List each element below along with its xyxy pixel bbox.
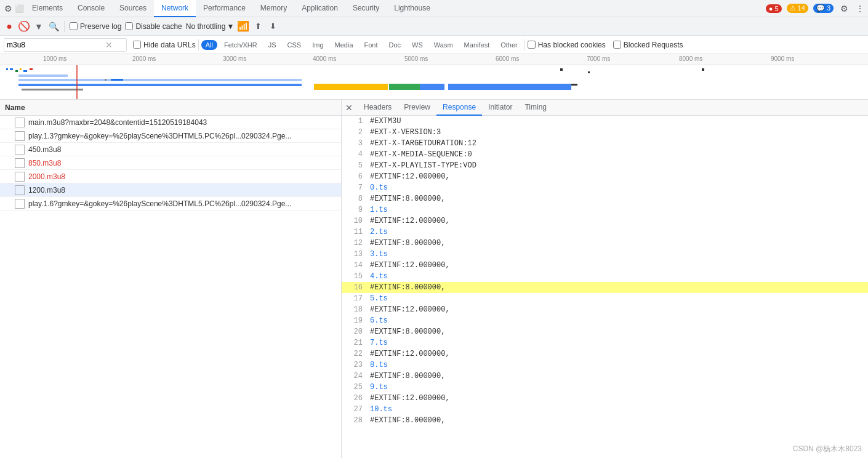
- filter-type-manifest[interactable]: Manifest: [460, 40, 494, 50]
- tab-initiator[interactable]: Initiator: [482, 100, 518, 116]
- blocked-requests-checkbox[interactable]: Blocked Requests: [613, 41, 683, 49]
- row-checkbox-7[interactable]: [15, 199, 25, 209]
- tab-preview[interactable]: Preview: [398, 100, 436, 116]
- tab-headers[interactable]: Headers: [358, 100, 398, 116]
- filter-type-other[interactable]: Other: [496, 40, 522, 50]
- filter-type-fetch[interactable]: Fetch/XHR: [220, 40, 262, 50]
- row-checkbox-3[interactable]: [15, 145, 25, 155]
- tab-sources[interactable]: Sources: [112, 0, 154, 17]
- line-number: 14: [345, 260, 363, 271]
- row-checkbox-1[interactable]: [15, 118, 25, 127]
- tab-performance[interactable]: Performance: [196, 0, 253, 17]
- filter-type-js[interactable]: JS: [264, 40, 281, 50]
- close-panel-icon[interactable]: ✕: [344, 103, 354, 113]
- line-content: #EXT-X-PLAYLIST-TYPE:VOD: [370, 160, 476, 171]
- wifi-icon[interactable]: 📶: [238, 21, 249, 32]
- ruler-mark-9: 9000 ms: [771, 55, 794, 62]
- line-number: 24: [345, 371, 363, 382]
- hide-data-urls-checkbox[interactable]: Hide data URLs: [133, 41, 196, 49]
- ruler-mark-5: 5000 ms: [404, 55, 428, 62]
- filter-type-doc[interactable]: Doc: [385, 40, 406, 50]
- line-content: #EXTINF:12.000000,: [370, 215, 450, 227]
- search-icon[interactable]: 🔍: [48, 21, 59, 32]
- record-icon[interactable]: ●: [4, 21, 15, 32]
- filter-type-css[interactable]: CSS: [283, 40, 306, 50]
- line-content: 10.ts: [370, 404, 392, 415]
- blocked-cookies-input[interactable]: [528, 41, 536, 49]
- upload-icon[interactable]: ⬆: [252, 21, 263, 32]
- row-checkbox-2[interactable]: [15, 131, 25, 141]
- list-item[interactable]: play.1.3?gmkey=&gokey=%26playScene%3DHTM…: [0, 129, 341, 143]
- line-content: #EXTINF:12.000000,: [370, 260, 450, 271]
- tab-elements[interactable]: Elements: [25, 0, 70, 17]
- list-item[interactable]: 2000.m3u8: [0, 170, 341, 183]
- tab-application[interactable]: Application: [294, 0, 345, 17]
- tab-console[interactable]: Console: [70, 0, 112, 17]
- devtools-icon[interactable]: ⚙: [2, 3, 14, 14]
- throttle-dropdown[interactable]: No throttling ▼: [186, 22, 235, 31]
- svg-rect-19: [702, 68, 704, 71]
- line-number: 4: [345, 149, 363, 160]
- more-icon[interactable]: ⋮: [854, 3, 866, 14]
- message-badge: 💬 3: [813, 4, 834, 13]
- line-number: 15: [345, 271, 363, 282]
- line-number: 13: [345, 249, 363, 260]
- list-item[interactable]: play.1.6?gmkey=&gokey=%26playScene%3DHTM…: [0, 197, 341, 211]
- line-number: 26: [345, 393, 363, 404]
- preserve-log-input[interactable]: [70, 22, 78, 30]
- tab-memory[interactable]: Memory: [253, 0, 294, 17]
- line-content: #EXTINF:8.000000,: [370, 282, 445, 293]
- error-badge: ● 5: [766, 4, 782, 13]
- tab-lighthouse[interactable]: Lighthouse: [387, 0, 438, 17]
- code-line: 238.ts: [342, 360, 868, 371]
- filter-type-all[interactable]: All: [201, 40, 217, 50]
- code-line: 133.ts: [342, 249, 868, 260]
- search-clear-icon[interactable]: ✕: [105, 40, 113, 50]
- line-number: 1: [345, 116, 363, 127]
- filter-type-media[interactable]: Media: [331, 40, 358, 50]
- list-item[interactable]: 1200.m3u8: [0, 183, 341, 197]
- settings-icon[interactable]: ⚙: [838, 3, 850, 14]
- hide-data-urls-input[interactable]: [133, 41, 141, 49]
- line-number: 28: [345, 415, 363, 426]
- search-input[interactable]: [7, 41, 105, 49]
- filter-icon[interactable]: ▼: [33, 21, 44, 32]
- disable-cache-input[interactable]: [125, 22, 133, 30]
- tab-security[interactable]: Security: [345, 0, 387, 17]
- filter-bar: ✕ Hide data URLs All Fetch/XHR JS CSS Im…: [0, 36, 868, 54]
- code-line: 91.ts: [342, 204, 868, 215]
- filter-type-font[interactable]: Font: [360, 40, 382, 50]
- row-checkbox-4[interactable]: [15, 158, 25, 168]
- tab-timing[interactable]: Timing: [518, 100, 553, 116]
- disable-cache-checkbox[interactable]: Disable cache: [125, 22, 182, 31]
- responsive-icon[interactable]: ⬜: [14, 3, 25, 14]
- code-line: 112.ts: [342, 227, 868, 238]
- line-number: 27: [345, 404, 363, 415]
- throttle-chevron-icon: ▼: [227, 22, 234, 31]
- line-content: #EXTINF:8.000000,: [370, 326, 445, 337]
- code-line: 1#EXTM3U: [342, 116, 868, 127]
- blocked-cookies-checkbox[interactable]: Has blocked cookies: [528, 41, 606, 49]
- clear-icon[interactable]: 🚫: [18, 21, 30, 32]
- blocked-requests-input[interactable]: [613, 41, 621, 49]
- tab-network[interactable]: Network: [154, 0, 196, 17]
- list-item[interactable]: 450.m3u8: [0, 143, 341, 156]
- filter-type-img[interactable]: Img: [308, 40, 328, 50]
- row-checkbox-5[interactable]: [15, 172, 25, 182]
- line-content: #EXTINF:8.000000,: [370, 193, 445, 204]
- line-content: 7.ts: [370, 337, 388, 348]
- tab-response[interactable]: Response: [436, 100, 482, 116]
- disable-cache-label: Disable cache: [135, 22, 182, 31]
- code-line: 6#EXTINF:12.000000,: [342, 171, 868, 182]
- filter-type-wasm[interactable]: Wasm: [430, 40, 457, 50]
- list-item[interactable]: 850.m3u8: [0, 156, 341, 170]
- response-tabs: ✕ Headers Preview Response Initiator Tim…: [342, 100, 868, 116]
- preserve-log-checkbox[interactable]: Preserve log: [70, 22, 121, 31]
- list-item[interactable]: main.m3u8?maxbr=2048&contentid=151205191…: [0, 116, 341, 129]
- download-icon[interactable]: ⬇: [267, 21, 278, 32]
- name-column-header: Name: [0, 100, 341, 116]
- filter-type-ws[interactable]: WS: [408, 40, 427, 50]
- row-checkbox-6[interactable]: [15, 185, 25, 195]
- code-line: 24#EXTINF:8.000000,: [342, 371, 868, 382]
- svg-rect-9: [314, 84, 388, 90]
